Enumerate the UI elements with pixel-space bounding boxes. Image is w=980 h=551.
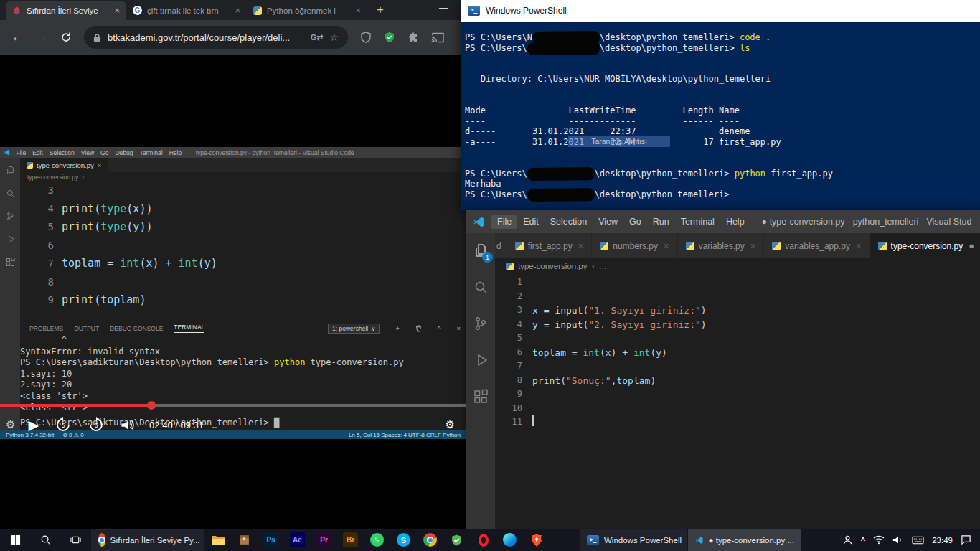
taskbar-task-powershell[interactable]: >_ Windows PowerShell (580, 529, 687, 551)
menu-debug[interactable]: Debug (112, 149, 136, 156)
browser-tab-1[interactable]: Sıfırdan İleri Seviye × (6, 1, 126, 20)
video-progress-knob[interactable] (147, 401, 156, 410)
back-icon[interactable]: ← (11, 30, 24, 44)
editor-tab-numbers[interactable]: numbers.py × (592, 233, 677, 258)
menu-terminal[interactable]: Terminal (136, 149, 166, 156)
play-icon[interactable]: ▶ (28, 417, 39, 433)
panel-maximize-icon[interactable]: ^ (438, 324, 440, 332)
video-code-editor[interactable]: 3 4print(type(x)) 5print(type(y)) 6 7top… (20, 182, 466, 321)
address-bar[interactable]: btkakademi.gov.tr/portal/course/player/d… (84, 26, 348, 49)
pinned-whatsapp[interactable] (364, 529, 390, 551)
pinned-bridge[interactable]: Br (337, 529, 364, 551)
vscode-titlebar[interactable]: File Edit Selection View Go Run Terminal… (466, 210, 980, 233)
menu-file[interactable]: File (491, 215, 517, 229)
powershell-titlebar[interactable]: >_ Windows PowerShell (461, 0, 980, 22)
menu-help[interactable]: Help (166, 149, 184, 156)
tab-close-icon[interactable]: × (114, 5, 120, 16)
pinned-skype[interactable]: S (390, 529, 417, 551)
settings-gear-icon[interactable]: ⚙ (6, 418, 15, 431)
keyboard-icon[interactable] (912, 536, 924, 545)
pinned-edge[interactable] (496, 529, 523, 551)
menu-help[interactable]: Help (720, 215, 750, 229)
rewind-5-icon[interactable]: 5 (55, 416, 72, 433)
start-button[interactable] (0, 529, 30, 551)
browser-tab-3[interactable]: Python öğrenmek i × (247, 1, 367, 20)
pinned-photoshop[interactable]: Ps (258, 529, 284, 551)
panel-close-icon[interactable]: × (456, 324, 461, 332)
pinned-premiere[interactable]: Pr (311, 529, 337, 551)
breadcrumb[interactable]: type-conversion.py › … (20, 172, 466, 182)
browser-tab-2[interactable]: G çift tırnak ile tek tırn × (126, 1, 247, 20)
reload-icon[interactable] (60, 32, 72, 43)
panel-tab-problems[interactable]: PROBLEMS (29, 325, 63, 332)
modified-dot-icon[interactable]: ● (969, 240, 974, 251)
tab-close-icon[interactable]: × (664, 240, 669, 251)
tab-close-icon[interactable]: × (750, 240, 756, 251)
taskbar-task-vscode[interactable]: ● type-conversion.py ... (688, 529, 801, 551)
files-icon[interactable] (5, 165, 16, 176)
taskbar-clock[interactable]: 23:49 (932, 536, 953, 545)
cast-icon[interactable] (431, 32, 444, 43)
extensions-icon[interactable] (472, 388, 489, 405)
terminal-trash-icon[interactable] (415, 325, 422, 332)
tray-expand-icon[interactable]: ^ (861, 536, 865, 545)
menu-view[interactable]: View (77, 149, 97, 156)
forward-5-icon[interactable]: 5 (88, 416, 105, 433)
video-player[interactable]: File Edit Selection View Go Debug Termin… (0, 55, 466, 529)
extensions-icon[interactable] (5, 257, 16, 268)
video-progress-bar[interactable] (0, 404, 466, 407)
menu-terminal[interactable]: Terminal (675, 215, 720, 229)
player-settings-gear-icon[interactable]: ⚙ (446, 418, 455, 431)
window-minimize-button[interactable]: — (439, 3, 448, 13)
volume-icon[interactable] (121, 419, 136, 431)
panel-tab-debug-console[interactable]: DEBUG CONSOLE (110, 325, 163, 332)
explorer-icon[interactable]: 1 (472, 242, 489, 259)
people-icon[interactable] (842, 534, 853, 545)
pinned-file-explorer[interactable] (204, 529, 231, 551)
network-icon[interactable] (873, 535, 885, 545)
task-view-button[interactable] (60, 529, 90, 551)
editor-tab[interactable]: type-conversion.py × (20, 158, 108, 172)
pinned-after-effects[interactable]: Ae (284, 529, 311, 551)
menu-selection[interactable]: Selection (46, 149, 77, 156)
panel-tab-output[interactable]: OUTPUT (74, 325, 99, 332)
menu-selection[interactable]: Selection (545, 215, 593, 229)
tab-close-icon[interactable]: × (355, 5, 361, 16)
source-control-icon[interactable] (472, 315, 489, 332)
editor-tab-variables[interactable]: variables.py × (678, 233, 765, 258)
panel-tab-terminal[interactable]: TERMINAL (174, 324, 204, 333)
pinned-security-shield[interactable] (443, 529, 470, 551)
url-text[interactable]: btkakademi.gov.tr/portal/course/player/d… (108, 32, 304, 43)
terminal-add-icon[interactable]: + (395, 324, 400, 332)
editor-tab-variables-app[interactable]: variables_app.py × (764, 233, 870, 258)
editor-tab-fragment[interactable]: d (495, 233, 507, 258)
editor-tab-first-app[interactable]: first_app.py × (507, 233, 593, 258)
pinned-package-app[interactable] (231, 529, 258, 551)
debug-icon[interactable] (5, 234, 16, 245)
menu-go[interactable]: Go (98, 149, 112, 156)
source-control-icon[interactable] (5, 211, 16, 222)
taskbar-task-chrome[interactable]: Sıfırdan İleri Seviye Py... (91, 529, 204, 551)
tab-close-icon[interactable]: × (578, 240, 584, 251)
breadcrumb[interactable]: type-conversion.py › … (495, 258, 980, 274)
terminal-shell-select[interactable]: 1: powershell∨ (328, 324, 380, 334)
menu-run[interactable]: Run (647, 215, 675, 229)
powershell-console[interactable]: PS C:\Users\N \desktop\python_temelleri>… (461, 22, 980, 210)
new-tab-button[interactable]: + (371, 1, 390, 19)
extensions-puzzle-icon[interactable] (407, 32, 419, 43)
search-icon[interactable] (5, 188, 16, 199)
pinned-opera[interactable] (470, 529, 496, 551)
tab-close-icon[interactable]: × (856, 240, 862, 251)
search-icon[interactable] (472, 278, 489, 296)
menu-go[interactable]: Go (623, 215, 647, 229)
menu-view[interactable]: View (593, 215, 623, 229)
menu-edit[interactable]: Edit (517, 215, 545, 229)
translate-icon[interactable]: G⇄ (311, 33, 324, 42)
pinned-chrome[interactable] (417, 529, 443, 551)
code-editor[interactable]: 1 2 3x = input("1. Sayıyı giriniz:") 4y … (495, 274, 980, 529)
tab-close-icon[interactable]: × (235, 5, 240, 16)
volume-icon[interactable] (892, 535, 904, 545)
menu-file[interactable]: File (13, 149, 29, 156)
editor-tab-type-conversion[interactable]: type-conversion.py ● (870, 233, 980, 258)
menu-edit[interactable]: Edit (29, 149, 47, 156)
